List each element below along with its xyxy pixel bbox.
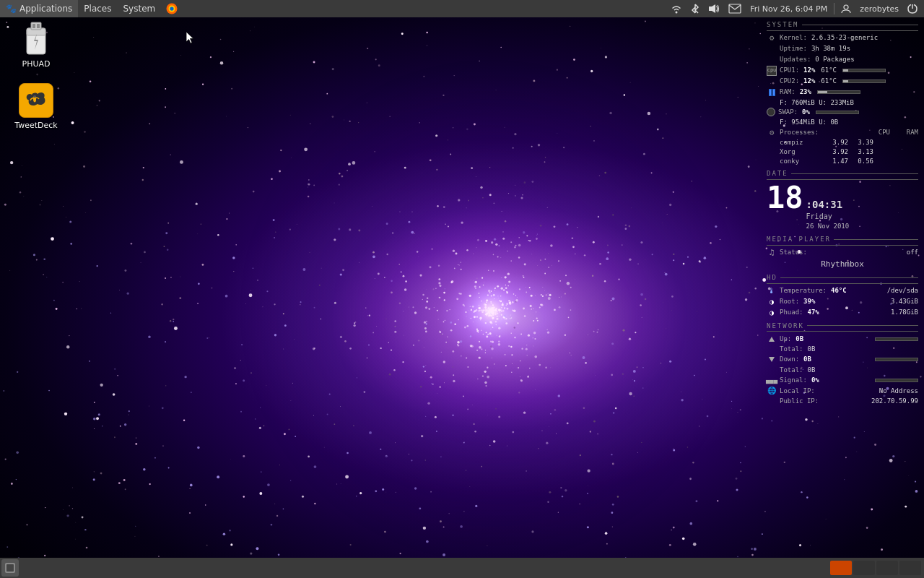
uptime-row: Uptime: 3h 38m 19s	[767, 44, 918, 54]
network-header: NETWORK	[767, 322, 918, 332]
datetime-text: Fri Nov 26, 6:04 PM	[750, 4, 827, 14]
taskbar-left	[0, 558, 830, 578]
cpu-icon: cpu	[767, 66, 777, 76]
user-icon[interactable]	[839, 0, 853, 17]
tweetdeck-label: TweetDeck	[14, 121, 57, 130]
system-menu[interactable]: System	[117, 0, 161, 17]
svg-rect-5	[729, 4, 741, 13]
svg-rect-12	[37, 24, 40, 28]
desktop-icons: PHUAD TweetDeck	[7, 22, 65, 130]
phuad-label: PHUAD	[22, 59, 51, 69]
kernel-row: ⚙ Kernel: 2.6.35-23-generic	[767, 33, 918, 43]
svg-point-6	[844, 5, 848, 9]
conky-panel: SYSTEM ⚙ Kernel: 2.6.35-23-generic Uptim…	[767, 20, 918, 410]
power-button[interactable]	[905, 0, 920, 17]
public-ip-row: Public IP: 202.70.59.99	[767, 397, 918, 406]
username-text: zerobytes	[860, 4, 899, 14]
hd-phuad-icon: ◑	[767, 308, 777, 318]
svg-rect-15	[6, 564, 14, 571]
bottom-bar	[0, 558, 924, 578]
hd-root-row: ◑ Root: 39% 3.43GiB	[767, 297, 918, 307]
process-row-xorg: Xorg 3.92 3.13	[767, 147, 918, 157]
net-down-icon	[767, 355, 777, 365]
net-down-row: Down: 0B	[767, 355, 918, 365]
hd-temp-row: 🌡 Temperature: 46°C /dev/sda	[767, 286, 918, 296]
hd-header: HD	[767, 273, 918, 284]
taskbar-box-4[interactable]	[899, 561, 921, 575]
date-right: :04:31 Friday 26 Nov 2010	[806, 198, 850, 231]
panel-left: 🐾 Applications Places System	[0, 0, 183, 17]
local-ip-row: 🌐 Local IP: No Address	[767, 386, 918, 396]
process-row-compiz: compiz 3.92 3.39	[767, 138, 918, 147]
svg-rect-11	[32, 24, 35, 28]
media-header: MEDIA PLAYER	[767, 235, 918, 246]
svg-point-3	[676, 12, 678, 14]
taskbar-icon-1[interactable]	[1, 559, 19, 577]
hd-section: HD 🌡 Temperature: 46°C /dev/sda ◑ Root: …	[767, 273, 918, 318]
cpu2-spacer	[767, 77, 777, 87]
taskbar-box-orange[interactable]	[830, 561, 852, 575]
wifi-indicator[interactable]	[668, 0, 684, 17]
cpu2-bar-fill	[843, 80, 848, 82]
cpu2-row: CPU2: 12% 61°C	[767, 77, 918, 87]
separator	[834, 3, 834, 14]
hd-root-icon: ◑	[767, 297, 777, 307]
local-ip-icon: 🌐	[767, 386, 777, 396]
places-menu[interactable]: Places	[78, 0, 117, 17]
net-down-bar	[875, 358, 918, 361]
thermometer-icon: 🌡	[767, 286, 777, 296]
taskbar-box-3[interactable]	[876, 561, 898, 575]
applications-label: Applications	[19, 4, 72, 14]
net-up-bar	[875, 337, 918, 341]
net-down-total-row: Total: 0B	[767, 366, 918, 375]
uptime-icon	[767, 44, 777, 54]
net-up-icon	[767, 334, 777, 344]
ram-icon	[767, 87, 777, 98]
process-row-conky: conky 1.47 0.56	[767, 157, 918, 166]
bluetooth-indicator[interactable]	[689, 0, 702, 17]
media-section: MEDIA PLAYER ♫ Status: off Rhythmbox	[767, 235, 918, 269]
tweetdeck-icon-bg	[19, 83, 53, 118]
net-signal-row: ▄▄▄ Signal: 0%	[767, 375, 918, 385]
ram-bar-fill	[818, 91, 827, 93]
top-panel: 🐾 Applications Places System	[0, 0, 924, 17]
applications-menu[interactable]: 🐾 Applications	[0, 0, 78, 17]
updates-row: Updates: 0 Packages	[767, 55, 918, 65]
places-label: Places	[84, 4, 111, 14]
panel-right: Fri Nov 26, 6:04 PM zerobytes	[668, 0, 924, 17]
phuad-icon[interactable]: PHUAD	[7, 22, 65, 69]
tweetdeck-icon[interactable]: TweetDeck	[7, 83, 65, 130]
updates-icon	[767, 55, 777, 65]
swap-detail-row: F: 954MiB U: 0B	[767, 118, 918, 127]
ram-bar	[817, 90, 860, 94]
ram-detail-row: F: 760MiB U: 233MiB	[767, 98, 918, 108]
system-header: SYSTEM	[767, 20, 918, 31]
swap-bar	[816, 111, 859, 114]
cpu1-bar	[842, 69, 886, 72]
music-icon: ♫	[767, 248, 777, 258]
datetime-display[interactable]: Fri Nov 26, 6:04 PM	[748, 0, 829, 17]
date-display: 18 :04:31 Friday 26 Nov 2010	[767, 183, 918, 231]
swap-row: SWAP: 0%	[767, 108, 918, 117]
date-section: DATE 18 :04:31 Friday 26 Nov 2010	[767, 169, 918, 231]
tweetdeck-icon-image	[19, 83, 53, 118]
date-header: DATE	[767, 169, 918, 180]
ram-row: RAM: 23%	[767, 87, 918, 98]
firefox-icon[interactable]	[161, 0, 183, 17]
signal-bars-icon: ▄▄▄	[767, 375, 777, 385]
username-display[interactable]: zerobytes	[858, 0, 901, 17]
gear-icon: ⚙	[767, 33, 777, 43]
sound-indicator[interactable]	[706, 0, 722, 17]
phuad-icon-image	[19, 22, 53, 56]
taskbar-box-2[interactable]	[853, 561, 875, 575]
email-indicator[interactable]	[726, 0, 744, 17]
cpu2-bar	[842, 79, 886, 83]
cpu1-row: cpu CPU1: 12% 61°C	[767, 66, 918, 76]
hd-phuad-row: ◑ Phuad: 47% 1.78GiB	[767, 308, 918, 318]
svg-rect-4	[709, 7, 712, 11]
swap-icon	[767, 108, 775, 116]
signal-bar	[875, 379, 918, 382]
taskbar-right	[830, 561, 924, 575]
net-up-total-row: Total: 0B	[767, 345, 918, 354]
processes-label-row: ⚙ Processes: CPU RAM	[767, 127, 918, 137]
